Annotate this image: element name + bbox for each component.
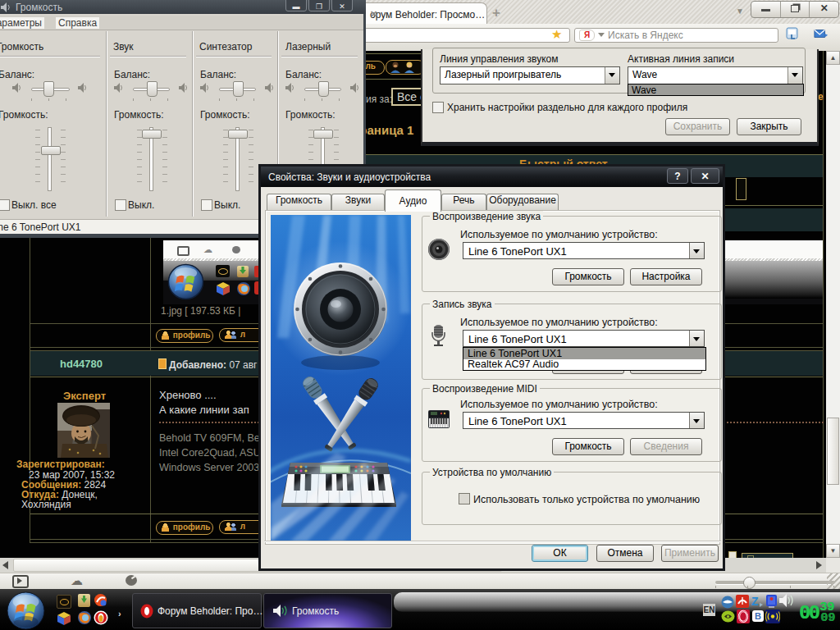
svg-text:Z: Z bbox=[751, 595, 759, 608]
